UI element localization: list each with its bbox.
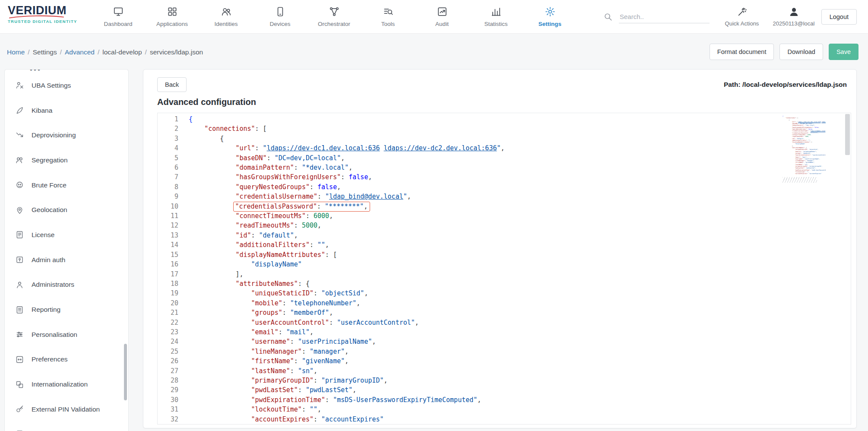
code-line-28[interactable]: 28 "primaryGroupID": "primaryGroupID", bbox=[161, 376, 851, 385]
code-line-32[interactable]: 32 "accountExpires": "accountExpires" bbox=[161, 415, 851, 424]
nav-item-applications[interactable]: Applications bbox=[145, 0, 199, 33]
line-number: 18 bbox=[161, 279, 178, 288]
code-line-26[interactable]: 26 "firstName": "givenName", bbox=[161, 356, 851, 366]
deprovisioning-icon bbox=[15, 131, 24, 140]
editor-minimap[interactable]: { "connections": [ { "url": "ldaps://dev… bbox=[782, 115, 826, 183]
nav-item-devices[interactable]: Devices bbox=[253, 0, 307, 33]
code-line-23[interactable]: 23 "email": "mail", bbox=[161, 327, 851, 337]
nav-item-tools[interactable]: Tools bbox=[361, 0, 415, 33]
line-number: 22 bbox=[161, 318, 178, 327]
format-document-button[interactable]: Format document bbox=[710, 44, 774, 60]
sidebar-item-label: Personalisation bbox=[32, 331, 77, 339]
sidebar-item-reporting[interactable]: Reporting bbox=[5, 297, 128, 322]
nav-item-orchestrator[interactable]: Orchestrator bbox=[307, 0, 361, 33]
breadcrumb-item-local-develop: local-develop bbox=[102, 48, 142, 56]
editor-scrollbar[interactable] bbox=[845, 114, 850, 155]
sidebar-item-preferences[interactable]: Preferences bbox=[5, 347, 128, 372]
code-line-8[interactable]: 8 "queryNestedGroups": false, bbox=[161, 182, 851, 192]
line-number: 17 bbox=[161, 269, 178, 279]
nav-item-settings[interactable]: Settings bbox=[523, 0, 577, 33]
code-line-11[interactable]: 11 "connectTimeoutMs": 6000, bbox=[161, 211, 851, 221]
code-line-4[interactable]: 4 "url": "ldaps://dev-dc1.dev.local:636 … bbox=[161, 143, 851, 153]
code-line-9[interactable]: 9 "credentialsUsername": "ldap_bind@dev.… bbox=[161, 192, 851, 201]
code-line-19[interactable]: 19 "uniqueStaticID": "objectSid", bbox=[161, 288, 851, 298]
line-number: 5 bbox=[161, 153, 178, 163]
gear-icon bbox=[545, 6, 556, 17]
code-line-17[interactable]: 17 ], bbox=[161, 269, 851, 279]
line-number: 7 bbox=[161, 172, 178, 182]
sidebar-item-administrators[interactable]: Administrators bbox=[5, 273, 128, 298]
breadcrumb-item-advanced[interactable]: Advanced bbox=[65, 48, 95, 56]
logout-button[interactable]: Logout bbox=[821, 9, 857, 25]
kibana-icon bbox=[15, 106, 24, 115]
sidebar-item-internationalization[interactable]: Internationalization bbox=[5, 372, 128, 397]
sidebar-item-segregation[interactable]: Segregation bbox=[5, 148, 128, 173]
code-line-14[interactable]: 14 "additionalFilters": "", bbox=[161, 240, 851, 250]
sidebar-item-geolocation[interactable]: Geolocation bbox=[5, 197, 128, 222]
sidebar-item-brute-force[interactable]: Brute Force bbox=[5, 173, 128, 198]
code-line-31[interactable]: 31 "lockoutTime": "", bbox=[161, 405, 851, 414]
sidebar-item-uba-settings[interactable]: UBA Settings bbox=[5, 73, 128, 98]
grid-icon bbox=[167, 6, 178, 17]
orchestrator-icon bbox=[329, 6, 340, 17]
code-line-25[interactable]: 25 "lineManager": "manager", bbox=[161, 347, 851, 356]
line-number: 11 bbox=[161, 211, 178, 221]
file-path-label: Path: /local-develop/services/ldap.json bbox=[724, 81, 847, 89]
nav-item-label: Statistics bbox=[484, 21, 507, 27]
main-panel: Back Path: /local-develop/services/ldap.… bbox=[143, 69, 857, 428]
line-number: 8 bbox=[161, 182, 178, 192]
sidebar-item-license[interactable]: License bbox=[5, 222, 128, 247]
veridium-logo[interactable]: VERIDIUM TRUSTED DIGITAL IDENTITY bbox=[8, 4, 86, 24]
external-pin-icon bbox=[15, 405, 24, 414]
sidebar-item-label: Brute Force bbox=[32, 181, 67, 189]
sidebar-item-kibana[interactable]: Kibana bbox=[5, 98, 128, 123]
line-number: 9 bbox=[161, 192, 178, 201]
back-button[interactable]: Back bbox=[157, 77, 187, 92]
sidebar-items: UBA SettingsKibanaDeprovisioningSegregat… bbox=[5, 70, 128, 431]
code-line-18[interactable]: 18 "attributeNames": { bbox=[161, 279, 851, 288]
code-line-30[interactable]: 30 "pwdExpirationTime": "msDS-UserPasswo… bbox=[161, 395, 851, 405]
code-line-21[interactable]: 21 "groups": "memberOf", bbox=[161, 308, 851, 317]
sidebar-item-label: UBA Settings bbox=[32, 82, 71, 89]
sidebar-item-label: Geolocation bbox=[32, 206, 67, 214]
nav-item-audit[interactable]: Audit bbox=[415, 0, 469, 33]
code-line-22[interactable]: 22 "userAccountControl": "userAccountCon… bbox=[161, 318, 851, 327]
code-line-24[interactable]: 24 "username": "userPrincipalName", bbox=[161, 337, 851, 346]
wand-icon bbox=[737, 6, 748, 17]
code-line-2[interactable]: 2 "connections": [ bbox=[161, 124, 851, 133]
code-line-12[interactable]: 12 "readTimeoutMs": 5000, bbox=[161, 221, 851, 230]
nav-item-dashboard[interactable]: Dashboard bbox=[91, 0, 145, 33]
nav-item-statistics[interactable]: Statistics bbox=[469, 0, 523, 33]
sidebar-item-admin-auth[interactable]: Admin auth bbox=[5, 247, 128, 273]
sidebar-item-personalisation[interactable]: Personalisation bbox=[5, 322, 128, 347]
code-line-15[interactable]: 15 "displayNameAttributes": [ bbox=[161, 250, 851, 260]
download-button[interactable]: Download bbox=[779, 44, 823, 60]
code-line-6[interactable]: 6 "domainPattern": "*dev.local", bbox=[161, 163, 851, 172]
search-icon bbox=[603, 12, 613, 22]
search-input[interactable] bbox=[619, 10, 710, 23]
line-number: 32 bbox=[161, 415, 178, 424]
sidebar-item-external-pin-validation[interactable]: External PIN Validation bbox=[5, 397, 128, 422]
sidebar-item-radius-client[interactable]: Radius Client bbox=[5, 422, 128, 431]
search-area bbox=[603, 0, 710, 33]
code-line-7[interactable]: 7 "hasGroupsWithForeignUsers": false, bbox=[161, 172, 851, 182]
code-line-20[interactable]: 20 "mobile": "telephoneNumber", bbox=[161, 298, 851, 308]
sidebar-item-label: Administrators bbox=[32, 281, 74, 288]
sidebar-item-deprovisioning[interactable]: Deprovisioning bbox=[5, 123, 128, 148]
quick-actions[interactable]: Quick Actions bbox=[722, 0, 762, 33]
save-button[interactable]: Save bbox=[829, 44, 858, 60]
account-menu[interactable]: 20250113@local bbox=[770, 0, 817, 33]
breadcrumb-item-home[interactable]: Home bbox=[7, 48, 25, 56]
sidebar-scrollbar[interactable] bbox=[124, 344, 127, 400]
code-line-1[interactable]: 1{ bbox=[161, 114, 851, 124]
code-line-29[interactable]: 29 "pwdLastSet": "pwdLastSet", bbox=[161, 385, 851, 395]
code-line-13[interactable]: 13 "id": "default", bbox=[161, 231, 851, 240]
nav-item-identities[interactable]: Identities bbox=[199, 0, 253, 33]
code-editor[interactable]: 1{2 "connections": [3 {4 "url": "ldaps:/… bbox=[157, 113, 851, 425]
code-line-16[interactable]: 16 "displayName" bbox=[161, 260, 851, 269]
personalisation-icon bbox=[15, 330, 24, 339]
code-line-3[interactable]: 3 { bbox=[161, 134, 851, 143]
code-line-5[interactable]: 5 "baseDN": "DC=dev,DC=local", bbox=[161, 153, 851, 163]
code-line-10[interactable]: 10 "credentialsPassword": "********", bbox=[161, 202, 851, 211]
code-line-27[interactable]: 27 "lastName": "sn", bbox=[161, 366, 851, 376]
